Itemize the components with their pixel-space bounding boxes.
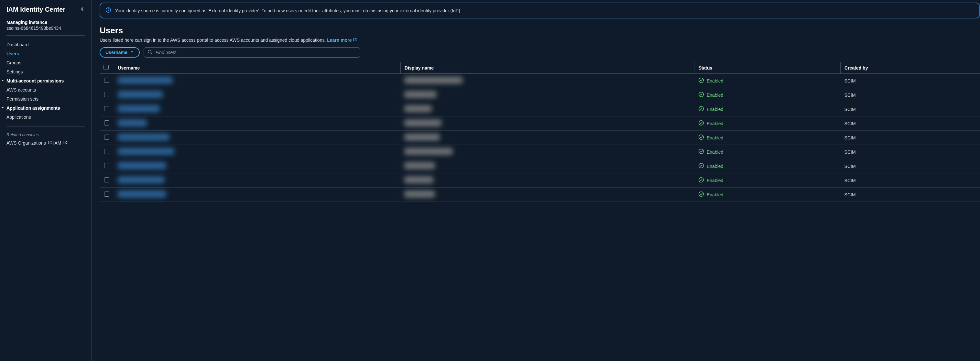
external-link-icon — [48, 140, 52, 146]
col-created-by[interactable]: Created by — [841, 62, 980, 74]
row-checkbox[interactable] — [104, 106, 109, 111]
info-banner-text: Your identity source is currently config… — [115, 8, 461, 13]
display-name-redacted — [404, 148, 453, 155]
nav-item-settings[interactable]: Settings — [6, 67, 85, 76]
status-cell: Enabled — [698, 106, 723, 113]
nav-section-app-assignments[interactable]: Application assignments — [1, 103, 85, 113]
link-label: IAM — [53, 140, 62, 146]
caret-down-icon — [1, 105, 5, 111]
nav-item-aws-accounts[interactable]: AWS accounts — [6, 85, 85, 94]
status-cell: Enabled — [698, 120, 723, 127]
nav-section-multi-account[interactable]: Multi-account permissions — [1, 76, 85, 85]
table-row: Enabled SCIM — [100, 102, 980, 116]
username-redacted[interactable] — [118, 191, 166, 198]
nav-item-users[interactable]: Users — [6, 49, 85, 58]
nav-item-dashboard[interactable]: Dashboard — [6, 40, 85, 49]
check-circle-icon — [698, 77, 704, 84]
status-cell: Enabled — [698, 77, 723, 84]
related-consoles-label: Related consoles — [6, 131, 85, 138]
nav-item-applications[interactable]: Applications — [6, 113, 85, 122]
check-circle-icon — [698, 134, 704, 141]
display-name-redacted — [404, 91, 437, 98]
table-row: Enabled SCIM — [100, 88, 980, 102]
link-label: AWS Organizations — [6, 140, 46, 146]
instance-id: ssoins-6684615498be9434 — [6, 25, 85, 31]
instance-label: Managing instance — [6, 20, 85, 25]
filter-column-label: Username — [105, 50, 127, 55]
row-checkbox[interactable] — [104, 163, 109, 168]
sidebar: IAM Identity Center Managing instance ss… — [0, 0, 92, 361]
username-redacted[interactable] — [118, 91, 163, 98]
display-name-redacted — [404, 191, 435, 198]
username-redacted[interactable] — [118, 134, 169, 141]
display-name-redacted — [404, 119, 441, 126]
created-by-label: SCIM — [845, 121, 856, 126]
select-all-checkbox[interactable] — [103, 65, 109, 70]
status-label: Enabled — [707, 78, 723, 83]
instance-block: Managing instance ssoins-6684615498be943… — [6, 20, 85, 31]
table-row: Enabled SCIM — [100, 116, 980, 131]
username-redacted[interactable] — [118, 176, 165, 183]
display-name-redacted — [404, 176, 433, 183]
username-redacted[interactable] — [118, 148, 174, 155]
filter-column-button[interactable]: Username — [100, 47, 140, 57]
nav-section-label: Multi-account permissions — [6, 78, 64, 83]
search-icon — [148, 49, 152, 55]
external-link-icon — [63, 140, 67, 146]
external-link-icon — [353, 38, 357, 43]
collapse-sidebar-icon[interactable] — [80, 6, 85, 13]
row-checkbox[interactable] — [104, 135, 109, 140]
nav-item-permission-sets[interactable]: Permission sets — [6, 94, 85, 103]
row-checkbox[interactable] — [104, 191, 109, 197]
search-input[interactable] — [143, 47, 360, 57]
check-circle-icon — [698, 191, 704, 198]
row-checkbox[interactable] — [104, 149, 109, 154]
service-title: IAM Identity Center — [6, 6, 65, 13]
status-cell: Enabled — [698, 92, 723, 99]
learn-more-link[interactable]: Learn more — [327, 38, 357, 43]
search-wrap — [143, 47, 360, 57]
caret-down-icon — [1, 78, 5, 83]
username-redacted[interactable] — [118, 105, 160, 112]
check-circle-icon — [698, 92, 704, 99]
table-row: Enabled SCIM — [100, 159, 980, 173]
created-by-label: SCIM — [845, 178, 856, 183]
status-label: Enabled — [707, 107, 723, 112]
nav-item-iam[interactable]: IAM — [53, 138, 68, 148]
info-icon — [105, 7, 111, 14]
status-cell: Enabled — [698, 191, 723, 198]
status-label: Enabled — [707, 135, 723, 140]
select-all-header — [100, 62, 114, 74]
status-cell: Enabled — [698, 148, 723, 155]
check-circle-icon — [698, 120, 704, 127]
display-name-redacted — [404, 77, 463, 84]
created-by-label: SCIM — [845, 135, 856, 140]
row-checkbox[interactable] — [104, 177, 109, 183]
row-checkbox[interactable] — [104, 92, 109, 97]
created-by-label: SCIM — [845, 107, 856, 112]
nav-item-aws-organizations[interactable]: AWS Organizations — [6, 138, 52, 148]
learn-more-label: Learn more — [327, 38, 352, 43]
info-banner: Your identity source is currently config… — [100, 3, 980, 18]
main-content: Your identity source is currently config… — [92, 0, 980, 361]
page-title: Users — [100, 25, 980, 36]
display-name-redacted — [404, 105, 432, 112]
username-redacted[interactable] — [118, 119, 147, 126]
col-display-name[interactable]: Display name — [401, 62, 694, 74]
col-username[interactable]: Username — [114, 62, 401, 74]
caret-down-icon — [130, 50, 134, 55]
status-label: Enabled — [707, 178, 723, 183]
nav-item-groups[interactable]: Groups — [6, 58, 85, 67]
status-label: Enabled — [707, 164, 723, 169]
status-cell: Enabled — [698, 134, 723, 141]
col-status[interactable]: Status — [694, 62, 841, 74]
toolbar: Username — [100, 47, 980, 57]
table-row: Enabled SCIM — [100, 145, 980, 159]
username-redacted[interactable] — [118, 77, 173, 84]
username-redacted[interactable] — [118, 162, 166, 169]
table-row: Enabled SCIM — [100, 131, 980, 145]
row-checkbox[interactable] — [104, 78, 109, 83]
created-by-label: SCIM — [845, 192, 856, 197]
created-by-label: SCIM — [845, 78, 856, 83]
row-checkbox[interactable] — [104, 120, 109, 126]
